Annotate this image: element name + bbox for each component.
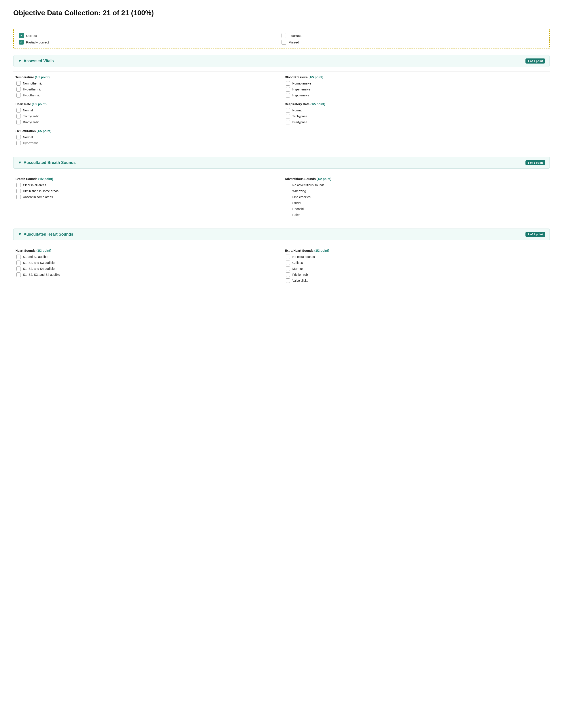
field-label-heart-rate: Heart Rate (1/5 point) [15, 102, 278, 106]
option-checkbox-temperature-2[interactable] [16, 93, 21, 98]
left-col-assessed-vitals: Temperature (1/5 point) Normothermic Hyp… [15, 75, 278, 150]
option-checkbox-blood-pressure-1[interactable] [286, 87, 290, 92]
list-item: Normal [16, 135, 278, 139]
legend-correct: ✓ Correct [19, 33, 282, 38]
list-item: Friction rub [286, 272, 548, 277]
chevron-icon-auscultated-heart-sounds: ▼ [18, 232, 22, 237]
option-checkbox-extra-heart-sounds-4[interactable] [286, 278, 290, 283]
option-label-o2-saturation-0: Normal [23, 135, 33, 139]
option-label-extra-heart-sounds-0: No extra sounds [292, 255, 315, 259]
option-checkbox-temperature-0[interactable] [16, 81, 21, 86]
correct-icon: ✓ [19, 33, 24, 38]
option-checkbox-extra-heart-sounds-0[interactable] [286, 255, 290, 259]
section-header-auscultated-breath-sounds[interactable]: ▼ Auscultated Breath Sounds 1 of 1 point [13, 157, 550, 169]
partially-correct-icon: ✓ [19, 40, 24, 45]
option-checkbox-breath-sounds-2[interactable] [16, 195, 21, 199]
option-list-respiratory-rate: Normal Tachypnea Bradypnea [285, 108, 548, 124]
option-checkbox-extra-heart-sounds-3[interactable] [286, 272, 290, 277]
option-label-extra-heart-sounds-3: Friction rub [292, 273, 308, 276]
legend-missed: Missed [282, 40, 544, 45]
list-item: S1, S2, S3, and S4 audible [16, 272, 278, 277]
field-label-extra-heart-sounds: Extra Heart Sounds (1/3 point) [285, 249, 548, 252]
list-item: Normal [286, 108, 548, 113]
field-group-temperature: Temperature (1/5 point) Normothermic Hyp… [15, 75, 278, 98]
field-label-respiratory-rate: Respiratory Rate (1/5 point) [285, 102, 548, 106]
option-checkbox-heart-sounds-1[interactable] [16, 261, 21, 265]
field-label-breath-sounds: Breath Sounds (1/2 point) [15, 177, 278, 181]
point-label-blood-pressure: (1/5 point) [309, 75, 323, 79]
option-checkbox-adventitious-sounds-0[interactable] [286, 183, 290, 187]
option-label-temperature-2: Hypothermic [23, 94, 40, 97]
legend-partially-correct: ✓ Partially correct [19, 40, 282, 45]
field-group-adventitious-sounds: Adventitious Sounds (1/2 point) No adven… [285, 177, 548, 217]
option-label-heart-rate-2: Bradycardic [23, 120, 39, 124]
section-badge-assessed-vitals: 1 of 1 point [525, 58, 545, 64]
legend-incorrect: Incorrect [282, 33, 544, 38]
right-col-assessed-vitals: Blood Pressure (1/5 point) Normotensive … [285, 75, 548, 150]
point-label-respiratory-rate: (1/5 point) [311, 102, 325, 106]
option-checkbox-adventitious-sounds-5[interactable] [286, 213, 290, 217]
option-label-heart-sounds-0: S1 and S2 audible [23, 255, 48, 259]
option-checkbox-temperature-1[interactable] [16, 87, 21, 92]
list-item: Absent in some areas [16, 195, 278, 199]
option-checkbox-adventitious-sounds-1[interactable] [286, 189, 290, 193]
section-header-auscultated-heart-sounds[interactable]: ▼ Auscultated Heart Sounds 1 of 1 point [13, 229, 550, 240]
option-checkbox-extra-heart-sounds-1[interactable] [286, 261, 290, 265]
option-checkbox-heart-sounds-0[interactable] [16, 255, 21, 259]
list-item: Tachycardic [16, 114, 278, 118]
section-header-assessed-vitals[interactable]: ▼ Assessed Vitals 1 of 1 point [13, 55, 550, 67]
option-label-heart-rate-0: Normal [23, 109, 33, 112]
option-checkbox-heart-sounds-2[interactable] [16, 266, 21, 271]
list-item: Hypothermic [16, 93, 278, 98]
option-checkbox-adventitious-sounds-2[interactable] [286, 195, 290, 199]
option-checkbox-adventitious-sounds-3[interactable] [286, 201, 290, 205]
point-label-heart-sounds: (1/3 point) [36, 249, 51, 252]
field-label-temperature: Temperature (1/5 point) [15, 75, 278, 79]
option-checkbox-heart-sounds-3[interactable] [16, 272, 21, 277]
section-auscultated-breath-sounds: ▼ Auscultated Breath Sounds 1 of 1 point… [13, 157, 550, 222]
option-list-heart-sounds: S1 and S2 audible S1, S2, and S3 audible… [15, 255, 278, 277]
section-auscultated-heart-sounds: ▼ Auscultated Heart Sounds 1 of 1 point … [13, 229, 550, 288]
field-label-heart-sounds: Heart Sounds (1/3 point) [15, 249, 278, 252]
option-checkbox-blood-pressure-2[interactable] [286, 93, 290, 98]
point-label-temperature: (1/5 point) [35, 75, 50, 79]
list-item: Clear in all areas [16, 183, 278, 187]
field-label-blood-pressure: Blood Pressure (1/5 point) [285, 75, 548, 79]
option-list-breath-sounds: Clear in all areas Diminished in some ar… [15, 183, 278, 199]
legend-left-col: ✓ Correct ✓ Partially correct [19, 33, 282, 45]
option-checkbox-heart-rate-0[interactable] [16, 108, 21, 113]
option-checkbox-adventitious-sounds-4[interactable] [286, 207, 290, 211]
option-label-adventitious-sounds-3: Stridor [292, 201, 302, 205]
option-checkbox-blood-pressure-0[interactable] [286, 81, 290, 86]
option-label-heart-sounds-3: S1, S2, S3, and S4 audible [23, 273, 60, 276]
section-badge-auscultated-breath-sounds: 1 of 1 point [525, 160, 545, 165]
list-item: Wheezing [286, 189, 548, 193]
sections-container: ▼ Assessed Vitals 1 of 1 point Temperatu… [13, 55, 550, 288]
section-assessed-vitals: ▼ Assessed Vitals 1 of 1 point Temperatu… [13, 55, 550, 150]
option-checkbox-respiratory-rate-0[interactable] [286, 108, 290, 113]
section-badge-auscultated-heart-sounds: 1 of 1 point [525, 232, 545, 237]
option-checkbox-extra-heart-sounds-2[interactable] [286, 266, 290, 271]
option-checkbox-breath-sounds-0[interactable] [16, 183, 21, 187]
option-label-extra-heart-sounds-2: Murmur [292, 267, 303, 270]
option-checkbox-respiratory-rate-1[interactable] [286, 114, 290, 118]
two-col-auscultated-breath-sounds: Breath Sounds (1/2 point) Clear in all a… [13, 177, 550, 222]
list-item: Hypoxemia [16, 141, 278, 145]
option-label-breath-sounds-1: Diminished in some areas [23, 189, 58, 193]
option-checkbox-o2-saturation-1[interactable] [16, 141, 21, 145]
option-checkbox-o2-saturation-0[interactable] [16, 135, 21, 139]
option-checkbox-breath-sounds-1[interactable] [16, 189, 21, 193]
section-divider-auscultated-heart-sounds [13, 245, 550, 245]
option-checkbox-respiratory-rate-2[interactable] [286, 120, 290, 124]
option-checkbox-heart-rate-1[interactable] [16, 114, 21, 118]
list-item: Normothermic [16, 81, 278, 86]
point-label-extra-heart-sounds: (1/3 point) [315, 249, 329, 252]
legend-box: ✓ Correct ✓ Partially correct Incorrect … [13, 29, 550, 49]
option-checkbox-heart-rate-2[interactable] [16, 120, 21, 124]
two-col-auscultated-heart-sounds: Heart Sounds (1/3 point) S1 and S2 audib… [13, 249, 550, 288]
section-title-auscultated-heart-sounds: ▼ Auscultated Heart Sounds [18, 232, 73, 237]
list-item: Diminished in some areas [16, 189, 278, 193]
field-group-heart-sounds: Heart Sounds (1/3 point) S1 and S2 audib… [15, 249, 278, 277]
top-divider [13, 23, 550, 23]
option-label-blood-pressure-1: Hypertensive [292, 88, 311, 91]
